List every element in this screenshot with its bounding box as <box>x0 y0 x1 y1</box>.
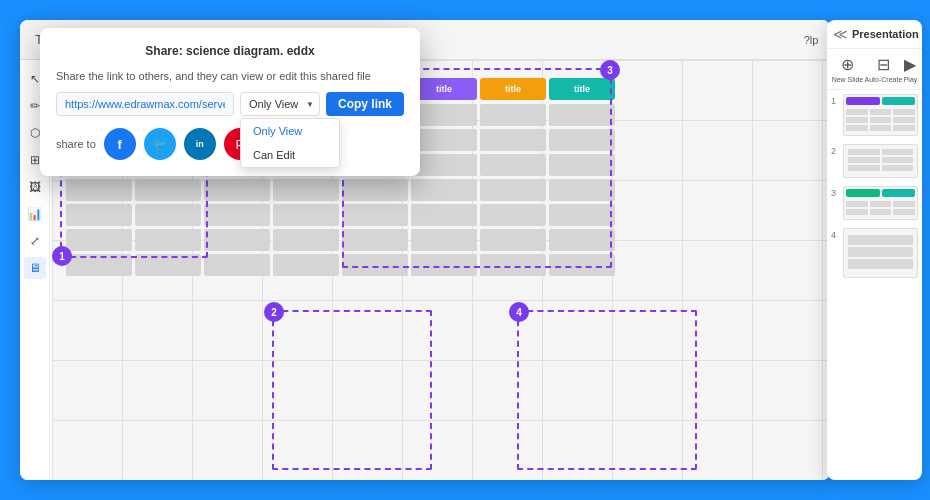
cell <box>480 204 546 226</box>
data-row-6 <box>66 229 615 251</box>
slide-number-2: 2 <box>831 146 839 156</box>
slide-item-4[interactable]: 4 <box>831 228 918 278</box>
data-row-5 <box>66 204 615 226</box>
cell <box>342 179 408 201</box>
share-modal: Share: science diagram. eddx Share the l… <box>40 28 420 176</box>
data-row-7 <box>66 254 615 276</box>
auto-create-button[interactable]: ⊟ Auto-Create <box>865 55 903 83</box>
cell <box>549 179 615 201</box>
twitter-share-button[interactable]: 🐦 <box>144 128 176 160</box>
title-cell-cyan-label: title <box>574 84 590 94</box>
linkedin-share-button[interactable]: in <box>184 128 216 160</box>
slide-thumb-2 <box>843 144 918 178</box>
chart-icon[interactable]: 📊 <box>24 203 46 225</box>
cell <box>204 254 270 276</box>
slide-3-title-2 <box>882 189 916 197</box>
dropdown-only-view[interactable]: Only View <box>241 119 339 143</box>
help-icon[interactable]: ?lp <box>800 29 822 51</box>
panel-collapse-icon[interactable]: ≪ <box>833 26 848 42</box>
cell <box>204 204 270 226</box>
slide-1-title-2 <box>882 97 916 105</box>
slide-thumb-3 <box>843 186 918 220</box>
image-icon[interactable]: 🖼 <box>24 176 46 198</box>
cell <box>411 254 477 276</box>
play-button[interactable]: ▶ Play <box>904 55 918 83</box>
cell <box>549 254 615 276</box>
cell <box>549 204 615 226</box>
cell <box>135 179 201 201</box>
cell <box>273 229 339 251</box>
cell <box>273 254 339 276</box>
title-cell-cyan: title <box>549 78 615 100</box>
slide-thumb-4 <box>843 228 918 278</box>
facebook-share-button[interactable]: f <box>104 128 136 160</box>
title-cell-orange-label: title <box>505 84 521 94</box>
cell <box>480 254 546 276</box>
cell <box>204 229 270 251</box>
cell <box>549 104 615 126</box>
panel-top-bar: ≪ Presentation <box>827 20 922 49</box>
panel-actions: ⊕ New Slide ⊟ Auto-Create ▶ Play <box>827 49 922 90</box>
cell <box>342 229 408 251</box>
new-slide-label: New Slide <box>832 76 864 83</box>
dropdown-can-edit[interactable]: Can Edit <box>241 143 339 167</box>
auto-create-label: Auto-Create <box>865 76 903 83</box>
slide-3-title-1 <box>846 189 880 197</box>
cell <box>411 229 477 251</box>
cell <box>66 179 132 201</box>
cell <box>66 254 132 276</box>
play-label: Play <box>904 76 918 83</box>
share-to-row: share to f 🐦 in P 💬 <box>56 128 404 160</box>
data-row-4 <box>66 179 615 201</box>
new-slide-button[interactable]: ⊕ New Slide <box>832 55 864 83</box>
title-cell-violet: title <box>411 78 477 100</box>
cell <box>135 229 201 251</box>
cell <box>549 129 615 151</box>
link-row: Only View Can Edit ▼ Only View Can Edit … <box>56 92 404 116</box>
play-icon: ▶ <box>904 55 916 74</box>
modal-title: Share: science diagram. eddx <box>56 44 404 58</box>
view-select[interactable]: Only View Can Edit <box>240 92 320 116</box>
panel-title: Presentation <box>852 28 919 40</box>
facebook-icon: f <box>118 137 122 152</box>
cell <box>480 179 546 201</box>
twitter-icon: 🐦 <box>153 138 167 151</box>
slide-number-3: 3 <box>831 188 839 198</box>
cell <box>66 204 132 226</box>
slide-1-title-1 <box>846 97 880 105</box>
cell <box>66 229 132 251</box>
slide-number-1: 1 <box>831 96 839 106</box>
selection-number-2: 2 <box>264 302 284 322</box>
presentation-icon[interactable]: 🖥 <box>24 257 46 279</box>
selection-box-4: 4 <box>517 310 697 470</box>
cell <box>411 129 477 151</box>
selection-number-4: 4 <box>509 302 529 322</box>
new-slide-icon: ⊕ <box>841 55 854 74</box>
slide-item-2[interactable]: 2 <box>831 144 918 178</box>
cell <box>480 129 546 151</box>
cell <box>135 254 201 276</box>
slide-item-1[interactable]: 1 <box>831 94 918 136</box>
cell <box>273 204 339 226</box>
title-cell-violet-label: title <box>436 84 452 94</box>
presentation-panel: ≪ Presentation ⊕ New Slide ⊟ Auto-Create… <box>827 20 922 480</box>
cell <box>273 179 339 201</box>
slide-number-4: 4 <box>831 230 839 240</box>
cell <box>135 204 201 226</box>
title-cell-orange: title <box>480 78 546 100</box>
view-dropdown-menu: Only View Can Edit <box>240 118 340 168</box>
cell <box>480 104 546 126</box>
cell <box>411 154 477 176</box>
cell <box>480 154 546 176</box>
cell <box>342 204 408 226</box>
copy-link-button[interactable]: Copy link <box>326 92 404 116</box>
slide-item-3[interactable]: 3 <box>831 186 918 220</box>
auto-create-icon: ⊟ <box>877 55 890 74</box>
linkedin-icon: in <box>196 139 204 149</box>
cell <box>549 229 615 251</box>
link-input[interactable] <box>56 92 234 116</box>
cell <box>204 179 270 201</box>
cell <box>411 179 477 201</box>
expand-icon[interactable]: ⤢ <box>24 230 46 252</box>
cell <box>342 254 408 276</box>
